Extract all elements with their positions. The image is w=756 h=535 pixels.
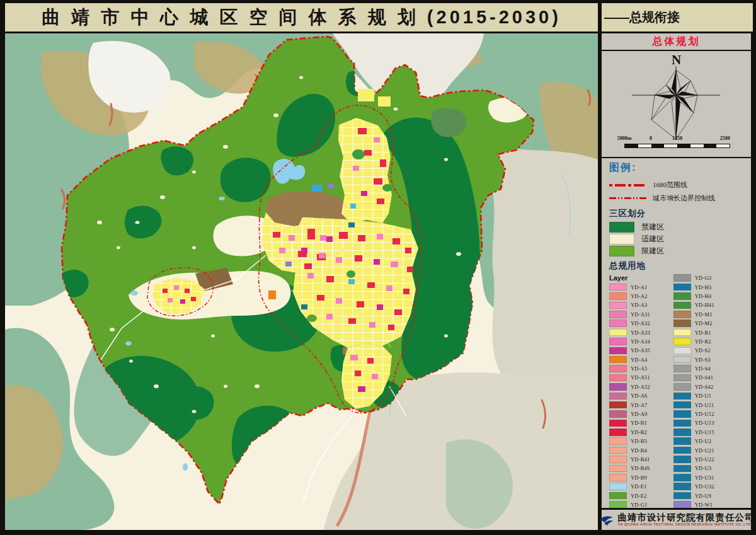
landuse-swatch xyxy=(673,374,691,382)
scale-bar-segments xyxy=(624,144,730,148)
landuse-item: YD-B1 xyxy=(609,418,673,427)
landuse-code: YD-U12 xyxy=(695,411,714,417)
landuse-item: YD-S41 xyxy=(673,373,745,382)
zone-label: 禁建区 xyxy=(641,222,664,233)
landuse-code: YD-A7 xyxy=(631,402,648,408)
landuse-code: YD-M1 xyxy=(695,311,713,318)
landuse-swatch xyxy=(673,356,691,364)
title-bar: 曲 靖 市 中 心 城 区 空 间 体 系 规 划 (2015-2030) xyxy=(5,3,598,33)
landuse-code: YD-A1 xyxy=(631,284,648,291)
landuse-right-list: YD-G3 YD-H3 YD-H4 xyxy=(673,273,745,508)
panel-title: 总体规划 xyxy=(653,35,701,49)
landuse-code: YD-A6 xyxy=(631,393,648,399)
scale-tick-labels: 0125025005000m xyxy=(624,135,730,142)
landuse-code: YD-A33 xyxy=(631,330,650,336)
landuse-item: YD-B3 xyxy=(609,437,673,446)
zone-swatch xyxy=(609,234,634,244)
landuse-item: YD-A7 xyxy=(609,400,673,409)
landuse-swatch xyxy=(673,492,691,500)
landuse-code: YD-H3 xyxy=(695,284,712,291)
landuse-code: YD-S42 xyxy=(695,384,714,390)
layer-column-header: Layer xyxy=(609,273,673,282)
landuse-swatch xyxy=(609,401,627,409)
landuse-code: YD-U1 xyxy=(695,393,712,399)
landuse-code: YD-U3 xyxy=(695,465,712,471)
landuse-swatch xyxy=(609,456,627,463)
landuse-item: YD-R2 xyxy=(673,337,745,346)
landuse-item: YD-U21 xyxy=(673,446,745,454)
landuse-left-list: YD-A1 YD-A2 YD-A3 xyxy=(609,282,673,508)
panel-header: 总体规划 xyxy=(602,33,751,51)
landuse-code: YD-R2 xyxy=(695,338,711,345)
landuse-code: YD-S3 xyxy=(695,357,711,363)
landuse-code: YD-A9 xyxy=(631,411,648,417)
landuse-swatch xyxy=(673,456,691,463)
landuse-swatch xyxy=(609,465,627,473)
landuse-item: YD-R1 xyxy=(673,328,745,337)
page-title: 曲 靖 市 中 心 城 区 空 间 体 系 规 划 (2015-2030) xyxy=(42,5,561,30)
zone-swatch xyxy=(609,246,634,256)
landuse-swatch xyxy=(673,501,691,508)
landuse-item: YD-U31 xyxy=(673,473,745,482)
landuse-item: YD-U12 xyxy=(673,410,745,418)
landuse-item: YD-H41 xyxy=(673,301,745,309)
landuse-item: YD-A3 xyxy=(609,301,673,309)
landuse-code: YD-B49 xyxy=(631,465,650,471)
landuse-code: YD-U21 xyxy=(695,447,714,454)
landuse-item: YD-A5 xyxy=(609,364,673,373)
landuse-swatch xyxy=(609,347,627,355)
landuse-item: YD-A33 xyxy=(609,328,673,337)
landuse-swatch xyxy=(673,393,691,400)
landuse-swatch xyxy=(609,501,627,508)
landuse-code: YD-B3 xyxy=(631,438,647,444)
landuse-swatch xyxy=(673,319,691,327)
scale-bar: 0125025005000m xyxy=(624,135,730,151)
landuse-swatch xyxy=(609,284,627,291)
landuse-code: YD-U2 xyxy=(695,438,712,444)
landuse-swatch xyxy=(609,311,627,318)
landuse-swatch xyxy=(673,383,691,391)
landuse-swatch xyxy=(673,437,691,445)
landuse-item: YD-U2 xyxy=(673,437,745,446)
landuse-swatch xyxy=(609,319,627,327)
line-symbol-icon xyxy=(609,184,647,187)
company-name-en: YN QUJING ARCHI TECTURAL DESIGN RESEARCH… xyxy=(618,522,755,527)
landuse-item: YD-A35 xyxy=(609,346,673,355)
landuse-swatch xyxy=(673,465,691,473)
landuse-item: YD-E1 xyxy=(609,482,673,491)
landuse-code: YD-U9 xyxy=(695,493,712,499)
landuse-code: YD-U15 xyxy=(695,429,714,435)
scale-tick: 5000m xyxy=(617,135,632,141)
landuse-code: YD-E2 xyxy=(631,493,647,499)
landuse-item: YD-A6 xyxy=(609,391,673,400)
landuse-title: 总规用地 xyxy=(609,260,745,272)
landuse-swatch xyxy=(609,474,627,481)
landuse-item: YD-G3 xyxy=(673,273,745,282)
title-right-label: ——总规衔接 xyxy=(602,9,680,26)
scale-tick: 1250 xyxy=(672,135,682,141)
landuse-item: YD-U11 xyxy=(673,400,745,409)
legend-line-item: 城市增长边界控制线 xyxy=(609,192,745,205)
landuse-code: YD-G3 xyxy=(695,275,712,281)
company-logo-icon xyxy=(598,513,615,527)
landuse-item: YD-U15 xyxy=(673,428,745,437)
landuse-swatch xyxy=(609,492,627,500)
landuse-swatch xyxy=(673,292,691,300)
landuse-item: YD-S42 xyxy=(673,383,745,391)
landuse-swatch xyxy=(609,365,627,372)
landuse-item: YD-B41 xyxy=(609,455,673,464)
landuse-code: YD-W1 xyxy=(695,502,713,508)
landuse-item: YD-S3 xyxy=(673,355,745,364)
landuse-item: YD-B9 xyxy=(609,473,673,482)
zone-label: 限建区 xyxy=(641,246,664,256)
landuse-code: YD-A3 xyxy=(631,302,648,308)
landuse-code: YD-E1 xyxy=(631,483,647,490)
landuse-code: YD-U22 xyxy=(695,456,714,463)
zone-item: 适建区 xyxy=(609,233,745,245)
landuse-code: YD-U32 xyxy=(695,483,714,490)
landuse-item: YD-S4 xyxy=(673,364,745,373)
scale-tick: 0 xyxy=(650,135,652,141)
landuse-code: YD-S41 xyxy=(695,374,714,381)
landuse-columns: Layer YD-A1 YD-A2 xyxy=(609,273,745,508)
landuse-code: YD-B41 xyxy=(631,456,650,463)
